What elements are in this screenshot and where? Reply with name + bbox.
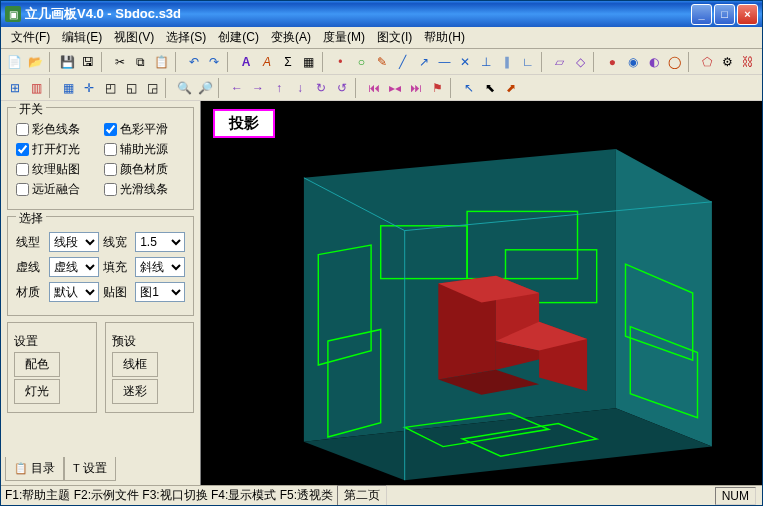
gear-icon[interactable]: ⚙ — [717, 52, 737, 72]
toolbar-area: 📄 📂 💾 🖫 ✂ ⧉ 📋 ↶ ↷ A A Σ ▦ • ○ ✎ ╱ ↗ — ✕ … — [1, 49, 762, 101]
btn-color[interactable]: 配色 — [14, 352, 60, 377]
line-width-select[interactable]: 1.5 — [135, 232, 185, 252]
cut-icon[interactable]: ✂ — [110, 52, 130, 72]
seg-icon[interactable]: — — [435, 52, 455, 72]
minimize-button[interactable]: _ — [691, 4, 712, 25]
save-icon[interactable]: 💾 — [58, 52, 78, 72]
btn-wire[interactable]: 线框 — [112, 352, 158, 377]
menu-help[interactable]: 帮助(H) — [418, 27, 471, 48]
chk-color-lines[interactable]: 彩色线条 — [16, 121, 98, 138]
box-icon[interactable]: ⬠ — [697, 52, 717, 72]
chk-smooth[interactable]: 色彩平滑 — [104, 121, 186, 138]
preset-col: 预设 线框 迷彩 — [105, 322, 195, 413]
dash-select[interactable]: 虚线 — [49, 257, 99, 277]
cursor3-icon[interactable]: ⬈ — [501, 78, 521, 98]
maximize-button[interactable]: □ — [714, 4, 735, 25]
grid-icon[interactable]: ▦ — [58, 78, 78, 98]
cube-icon[interactable]: ◇ — [571, 52, 591, 72]
fill-select[interactable]: 斜线 — [135, 257, 185, 277]
play-icon[interactable]: ▸◂ — [385, 78, 405, 98]
material-select[interactable]: 默认 — [49, 282, 99, 302]
tree-icon[interactable]: ⊞ — [5, 78, 25, 98]
cursor-icon[interactable]: ↖ — [459, 78, 479, 98]
arrow-down-icon[interactable]: ↓ — [290, 78, 310, 98]
cyl-icon[interactable]: ◐ — [644, 52, 664, 72]
axis-icon[interactable]: ✛ — [79, 78, 99, 98]
material-label: 材质 — [16, 284, 45, 301]
open-icon[interactable]: 📂 — [26, 52, 46, 72]
text2-icon[interactable]: A — [257, 52, 277, 72]
window-title: 立几画板V4.0 - Sbdoc.s3d — [25, 5, 691, 23]
btn-camo[interactable]: 迷彩 — [112, 379, 158, 404]
tab-settings[interactable]: T 设置 — [64, 457, 116, 481]
chk-lights[interactable]: 打开灯光 — [16, 141, 98, 158]
menu-view[interactable]: 视图(V) — [108, 27, 160, 48]
arrow-left-icon[interactable]: ← — [227, 78, 247, 98]
chk-glossy[interactable]: 光滑线条 — [104, 181, 186, 198]
zoomout-icon[interactable]: 🔎 — [195, 78, 215, 98]
switches-group: 开关 彩色线条 色彩平滑 打开灯光 辅助光源 纹理贴图 颜色材质 远近融合 光滑… — [7, 107, 194, 210]
copy-icon[interactable]: ⧉ — [131, 52, 151, 72]
flag-icon[interactable]: ⚑ — [427, 78, 447, 98]
menu-bar: 文件(F) 编辑(E) 视图(V) 选择(S) 创建(C) 变换(A) 度量(M… — [1, 27, 762, 49]
menu-select[interactable]: 选择(S) — [160, 27, 212, 48]
title-bar: ▣ 立几画板V4.0 - Sbdoc.s3d _ □ × — [1, 1, 762, 27]
save-as-icon[interactable]: 🖫 — [78, 52, 98, 72]
cursor2-icon[interactable]: ⬉ — [480, 78, 500, 98]
menu-file[interactable]: 文件(F) — [5, 27, 56, 48]
play-prev-icon[interactable]: ⏮ — [364, 78, 384, 98]
arrow-up-icon[interactable]: ↑ — [269, 78, 289, 98]
dash-label: 虚线 — [16, 259, 45, 276]
chk-fog[interactable]: 远近融合 — [16, 181, 98, 198]
angle-icon[interactable]: ∟ — [518, 52, 538, 72]
paste-icon[interactable]: 📋 — [152, 52, 172, 72]
play-next-icon[interactable]: ⏭ — [406, 78, 426, 98]
tile-select[interactable]: 图1 — [135, 282, 185, 302]
text-icon[interactable]: A — [236, 52, 256, 72]
panel-icon[interactable]: ▥ — [26, 78, 46, 98]
rotate2-icon[interactable]: ↺ — [332, 78, 352, 98]
chk-color-mat[interactable]: 颜色材质 — [104, 161, 186, 178]
para-icon[interactable]: ∥ — [497, 52, 517, 72]
cone-icon[interactable]: ◉ — [623, 52, 643, 72]
zoomin-icon[interactable]: 🔍 — [174, 78, 194, 98]
tab-catalog[interactable]: 📋 目录 — [5, 457, 64, 481]
viewport-3d[interactable]: 投影 — [201, 101, 762, 485]
redo-icon[interactable]: ↷ — [204, 52, 224, 72]
close-button[interactable]: × — [737, 4, 758, 25]
menu-text[interactable]: 图文(I) — [371, 27, 418, 48]
new-icon[interactable]: 📄 — [5, 52, 25, 72]
chk-aux-light[interactable]: 辅助光源 — [104, 141, 186, 158]
sphere-icon[interactable]: ● — [602, 52, 622, 72]
menu-edit[interactable]: 编辑(E) — [56, 27, 108, 48]
fill-label: 填充 — [103, 259, 132, 276]
status-hints: F1:帮助主题 F2:示例文件 F3:视口切换 F4:显示模式 F5:透视类 — [5, 487, 333, 504]
anim-icon[interactable]: ▦ — [299, 52, 319, 72]
undo-icon[interactable]: ↶ — [184, 52, 204, 72]
menu-transform[interactable]: 变换(A) — [265, 27, 317, 48]
circle-icon[interactable]: ○ — [351, 52, 371, 72]
view3-icon[interactable]: ◲ — [142, 78, 162, 98]
view1-icon[interactable]: ◰ — [100, 78, 120, 98]
torus-icon[interactable]: ◯ — [665, 52, 685, 72]
calc-icon[interactable]: Σ — [278, 52, 298, 72]
btn-light[interactable]: 灯光 — [14, 379, 60, 404]
arrow-right-icon[interactable]: → — [248, 78, 268, 98]
menu-create[interactable]: 创建(C) — [212, 27, 265, 48]
plane-icon[interactable]: ▱ — [550, 52, 570, 72]
perp-icon[interactable]: ⊥ — [476, 52, 496, 72]
view2-icon[interactable]: ◱ — [121, 78, 141, 98]
ray-icon[interactable]: ↗ — [414, 52, 434, 72]
point-icon[interactable]: • — [331, 52, 351, 72]
chk-texture[interactable]: 纹理贴图 — [16, 161, 98, 178]
status-page: 第二页 — [337, 485, 387, 506]
cross-icon[interactable]: ✕ — [456, 52, 476, 72]
tile-label: 贴图 — [103, 284, 132, 301]
line-icon[interactable]: ╱ — [393, 52, 413, 72]
menu-measure[interactable]: 度量(M) — [317, 27, 371, 48]
link-icon[interactable]: ⛓ — [738, 52, 758, 72]
app-icon: ▣ — [5, 6, 21, 22]
draw-icon[interactable]: ✎ — [372, 52, 392, 72]
line-type-select[interactable]: 线段 — [49, 232, 99, 252]
rotate-icon[interactable]: ↻ — [311, 78, 331, 98]
